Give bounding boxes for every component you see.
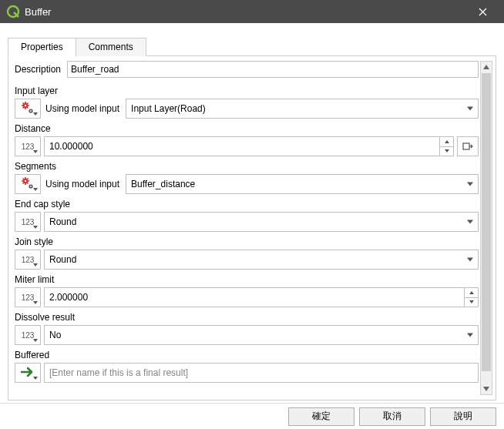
join-style-type-button[interactable]: 123 — [15, 250, 41, 270]
chevron-down-icon — [467, 183, 473, 186]
spin-down-button[interactable] — [465, 298, 478, 307]
svg-point-25 — [30, 186, 32, 187]
buffered-type-button[interactable] — [15, 363, 41, 383]
close-button[interactable] — [467, 0, 498, 23]
dissolve-select[interactable]: No — [44, 325, 479, 345]
number-icon: 123 — [22, 142, 35, 151]
buffered-input-wrapper — [44, 363, 479, 383]
number-icon: 123 — [22, 256, 35, 264]
svg-point-15 — [25, 179, 26, 181]
distance-label: Distance — [15, 123, 479, 134]
end-cap-label: End cap style — [15, 199, 479, 209]
number-icon: 123 — [22, 293, 35, 302]
buffered-label: Buffered — [15, 350, 479, 360]
svg-line-7 — [23, 102, 25, 104]
svg-point-2 — [25, 104, 26, 106]
cancel-button[interactable]: 取消 — [359, 407, 425, 426]
spin-up-button[interactable] — [440, 137, 453, 147]
vertical-scrollbar[interactable] — [480, 61, 492, 395]
number-icon: 123 — [22, 331, 35, 340]
buffered-input[interactable] — [49, 364, 473, 382]
segments-type-button[interactable] — [15, 174, 41, 194]
end-cap-select[interactable]: Round — [44, 212, 479, 232]
data-defined-icon — [462, 140, 474, 152]
description-input[interactable] — [67, 61, 479, 78]
svg-rect-13 — [463, 143, 469, 149]
svg-point-12 — [30, 110, 32, 112]
content-area: Properties Comments Description Input la… — [0, 23, 504, 403]
segments-select[interactable]: Buffer_distance — [126, 174, 479, 194]
dialog-button-bar: 確定 取消 說明 — [0, 403, 504, 429]
join-style-label: Join style — [15, 236, 479, 247]
join-style-select[interactable]: Round — [44, 250, 479, 270]
tab-comments[interactable]: Comments — [76, 38, 146, 56]
spin-down-button[interactable] — [440, 147, 453, 156]
svg-line-8 — [27, 107, 29, 109]
svg-line-10 — [23, 107, 25, 109]
chevron-down-icon — [467, 258, 473, 262]
dissolve-type-button[interactable]: 123 — [15, 325, 41, 345]
svg-line-21 — [27, 183, 29, 184]
svg-line-23 — [23, 183, 25, 184]
help-button[interactable]: 說明 — [430, 407, 496, 426]
end-cap-type-button[interactable]: 123 — [15, 212, 41, 232]
svg-line-20 — [23, 178, 25, 179]
chevron-down-icon — [467, 333, 473, 337]
input-layer-mode: Using model input — [45, 103, 119, 114]
properties-panel: Description Input layer Using model inpu… — [8, 56, 496, 401]
window-title: Buffer — [25, 6, 467, 18]
distance-override-button[interactable] — [457, 136, 479, 156]
miter-limit-label: Miter limit — [15, 274, 479, 285]
input-layer-label: Input layer — [15, 85, 479, 96]
chevron-down-icon — [467, 107, 473, 111]
distance-type-button[interactable]: 123 — [15, 136, 41, 156]
dissolve-label: Dissolve result — [15, 312, 479, 323]
spin-up-button[interactable] — [465, 288, 478, 298]
qgis-icon — [6, 5, 20, 18]
tab-bar: Properties Comments — [8, 37, 496, 56]
segments-mode: Using model input — [45, 179, 119, 189]
title-bar: Buffer — [0, 0, 504, 23]
scroll-thumb[interactable] — [482, 73, 491, 371]
distance-input[interactable]: 10.000000 — [44, 136, 454, 156]
segments-label: Segments — [15, 161, 479, 172]
number-icon: 123 — [22, 218, 35, 226]
miter-limit-type-button[interactable]: 123 — [15, 287, 41, 307]
input-layer-select[interactable]: Input Layer(Road) — [126, 99, 479, 119]
scroll-down-button[interactable] — [481, 384, 492, 394]
svg-line-9 — [27, 102, 29, 104]
scroll-up-button[interactable] — [481, 62, 492, 72]
svg-line-22 — [27, 178, 29, 179]
input-layer-type-button[interactable] — [15, 99, 41, 119]
miter-limit-input[interactable]: 2.000000 — [44, 287, 479, 307]
description-label: Description — [15, 64, 67, 75]
ok-button[interactable]: 確定 — [288, 407, 354, 426]
tab-properties[interactable]: Properties — [8, 38, 76, 56]
chevron-down-icon — [467, 220, 473, 224]
